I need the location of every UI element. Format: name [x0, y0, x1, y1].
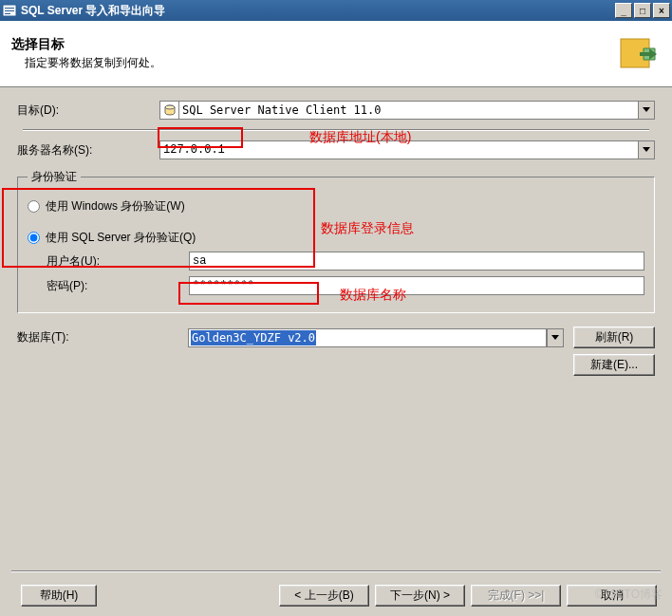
sql-auth-radio[interactable]: [28, 232, 40, 244]
svg-rect-1: [5, 8, 14, 9]
minimize-button[interactable]: _: [615, 3, 632, 18]
wizard-footer: 帮助(H) < 上一步(B) 下一步(N) > 完成(F) >>| 取消: [0, 575, 672, 610]
app-icon: [2, 3, 17, 18]
page-subtitle: 指定要将数据复制到何处。: [25, 55, 615, 71]
password-label: 密码(P):: [47, 278, 189, 294]
windows-auth-radio[interactable]: [28, 200, 40, 213]
chevron-down-icon[interactable]: [547, 328, 564, 347]
next-button[interactable]: 下一步(N) >: [375, 585, 465, 607]
auth-legend: 身份验证: [28, 169, 81, 185]
target-input[interactable]: [178, 101, 638, 120]
password-input[interactable]: [189, 276, 644, 295]
maximize-button[interactable]: □: [634, 3, 651, 18]
svg-rect-2: [5, 10, 14, 11]
help-button[interactable]: 帮助(H): [21, 585, 97, 607]
wizard-header: 选择目标 指定要将数据复制到何处。: [0, 21, 672, 87]
page-title: 选择目标: [11, 36, 615, 53]
database-combo[interactable]: Golden3C_YDZF v2.0: [188, 328, 564, 347]
database-label: 数据库(T):: [17, 329, 188, 345]
database-icon: [159, 101, 178, 120]
chevron-down-icon[interactable]: [638, 101, 655, 120]
server-combo[interactable]: [159, 140, 655, 159]
sql-auth-radio-row[interactable]: 使用 SQL Server 身份验证(Q): [28, 230, 644, 246]
server-label: 服务器名称(S):: [17, 142, 159, 159]
username-label: 用户名(U):: [47, 253, 189, 270]
server-input[interactable]: [159, 140, 638, 159]
svg-rect-3: [5, 13, 10, 14]
username-input[interactable]: [189, 252, 644, 271]
windows-auth-radio-row[interactable]: 使用 Windows 身份验证(W): [28, 198, 644, 215]
back-button[interactable]: < 上一步(B): [279, 585, 369, 607]
titlebar: SQL Server 导入和导出向导 _ □ ×: [0, 0, 672, 21]
auth-group: 身份验证 使用 Windows 身份验证(W) 使用 SQL Server 身份…: [17, 169, 655, 313]
windows-auth-label: 使用 Windows 身份验证(W): [46, 198, 185, 215]
finish-button: 完成(F) >>|: [471, 585, 561, 607]
close-button[interactable]: ×: [653, 3, 670, 18]
footer-divider: [11, 570, 661, 572]
divider: [23, 129, 649, 131]
new-button[interactable]: 新建(E)...: [573, 354, 655, 376]
window-title: SQL Server 导入和导出向导: [21, 3, 613, 19]
target-combo[interactable]: [159, 101, 655, 120]
wizard-icon: [615, 31, 661, 77]
sql-auth-label: 使用 SQL Server 身份验证(Q): [46, 230, 196, 246]
watermark: ©51CTO博客: [595, 587, 663, 603]
database-input[interactable]: Golden3C_YDZF v2.0: [188, 328, 547, 347]
svg-point-6: [165, 105, 175, 109]
refresh-button[interactable]: 刷新(R): [573, 327, 655, 348]
content-area: 目标(D): 服务器名称(S): 身份验证 使用 Windows 身份验证(W): [0, 87, 672, 385]
target-label: 目标(D):: [17, 103, 159, 119]
chevron-down-icon[interactable]: [638, 140, 655, 159]
